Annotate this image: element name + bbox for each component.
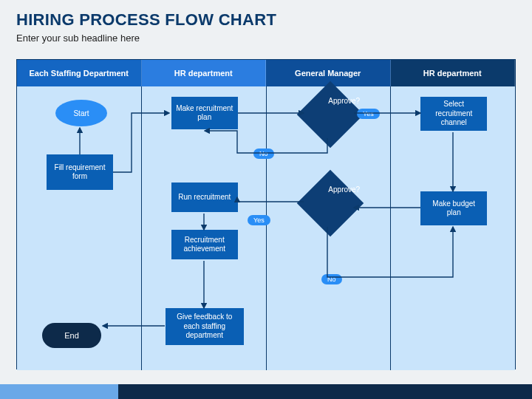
lane-staffing: Start Fill requirement form End	[17, 86, 142, 370]
label-no-1: No	[253, 149, 274, 159]
node-budget: Make budget plan	[420, 191, 487, 225]
lane-header-hr2: HR department	[391, 60, 516, 86]
node-feedback: Give feedback to each staffing departmen…	[166, 308, 244, 345]
page-subtitle: Enter your sub headline here	[16, 33, 516, 44]
node-run-recruitment: Run recruitment	[171, 183, 238, 212]
swimlane-headers: Each Staffing Department HR department G…	[17, 60, 515, 86]
label-yes-1: Yes	[357, 109, 380, 119]
node-end: End	[42, 323, 101, 348]
label-yes-2: Yes	[248, 215, 270, 225]
node-make-plan: Make recruitment plan	[171, 97, 238, 129]
slide: HIRING PROCESS FLOW CHART Enter your sub…	[0, 0, 532, 399]
slide-footer	[0, 384, 532, 399]
lane-hr1: Make recruitment plan Run recruitment Re…	[142, 86, 267, 370]
flowchart-body: Start Fill requirement form End Make rec…	[17, 86, 515, 370]
node-fill-form: Fill requirement form	[47, 154, 113, 190]
node-approve-2: Approve?	[296, 170, 364, 237]
node-start: Start	[55, 100, 107, 126]
page-title: HIRING PROCESS FLOW CHART	[16, 10, 516, 30]
label-no-2: No	[321, 274, 342, 284]
node-achievement: Recruitment achievement	[171, 230, 238, 259]
node-approve-1: Approve?	[296, 81, 364, 149]
node-select-channel: Select recruitment channel	[420, 97, 487, 131]
lane-gm: Approve? Approve?	[267, 86, 392, 370]
flowchart: Each Staffing Department HR department G…	[16, 59, 516, 369]
lane-header-hr1: HR department	[142, 60, 267, 86]
lane-hr2: Select recruitment channel Make budget p…	[391, 86, 515, 370]
lane-header-staffing: Each Staffing Department	[17, 60, 142, 86]
